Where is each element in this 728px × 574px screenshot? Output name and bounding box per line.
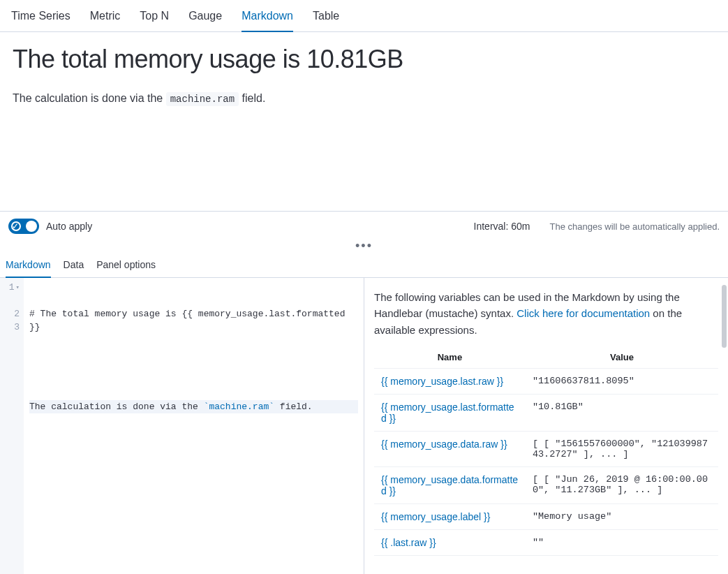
editor-panes: 1▾ 2 3 # The total memory usage is {{ me…	[0, 278, 728, 574]
scrollbar[interactable]	[722, 285, 727, 348]
tab-table[interactable]: Table	[313, 1, 339, 31]
resize-handle[interactable]: •••	[0, 241, 728, 251]
preview-desc-suffix: field.	[239, 92, 265, 104]
check-icon: ✓	[12, 221, 19, 232]
code-line-current: The calculation is done via the `machine…	[29, 400, 358, 413]
variables-reference: The following variables can be used in t…	[364, 278, 728, 574]
editor-subtabs: Markdown Data Panel options	[0, 251, 728, 278]
variable-value: "10.81GB"	[526, 394, 718, 431]
tab-time-series[interactable]: Time Series	[11, 1, 70, 31]
variable-name[interactable]: {{ memory_usage.last.formatted }}	[374, 394, 526, 431]
preview-heading: The total memory usage is 10.81GB	[13, 45, 715, 74]
tab-metric[interactable]: Metric	[90, 1, 121, 31]
auto-apply-note: The changes will be automatically applie…	[549, 221, 720, 232]
markdown-preview: The total memory usage is 10.81GB The ca…	[0, 32, 728, 211]
reference-intro: The following variables can be used in t…	[374, 289, 718, 338]
code-editor[interactable]: 1▾ 2 3 # The total memory usage is {{ me…	[0, 278, 364, 574]
viz-type-tabs: Time Series Metric Top N Gauge Markdown …	[0, 0, 728, 32]
variable-name[interactable]: {{ .last.raw }}	[374, 529, 526, 555]
table-row: {{ .last.raw }} ""	[374, 529, 718, 555]
variables-table: Name Value {{ memory_usage.last.raw }} "…	[374, 346, 718, 556]
interval-label: Interval: 60m	[474, 221, 530, 232]
variable-value: "11606637811.8095"	[526, 368, 718, 394]
code-gutter: 1▾ 2 3	[0, 278, 24, 574]
table-row: {{ memory_usage.last.formatted }} "10.81…	[374, 394, 718, 431]
preview-heading-value: 10.81GB	[306, 45, 403, 73]
table-row: {{ memory_usage.data.formatted }} [ [ "J…	[374, 466, 718, 503]
table-row: {{ memory_usage.last.raw }} "11606637811…	[374, 368, 718, 394]
preview-desc-prefix: The calculation is done via the	[13, 92, 166, 104]
variable-name[interactable]: {{ memory_usage.last.raw }}	[374, 368, 526, 394]
variable-name[interactable]: {{ memory_usage.data.formatted }}	[374, 466, 526, 503]
tab-top-n[interactable]: Top N	[140, 1, 169, 31]
variable-value: ""	[526, 529, 718, 555]
preview-desc-code: machine.ram	[166, 92, 239, 106]
auto-apply-label: Auto apply	[46, 221, 92, 232]
table-row: {{ memory_usage.label }} "Memory usage"	[374, 503, 718, 529]
variable-value: [ [ "Jun 26, 2019 @ 16:00:00.000", "11.2…	[526, 466, 718, 503]
tab-gauge[interactable]: Gauge	[188, 1, 222, 31]
code-line	[29, 360, 358, 374]
table-row: {{ memory_usage.data.raw }} [ [ "1561557…	[374, 431, 718, 466]
code-lines[interactable]: # The total memory usage is {{ memory_us…	[24, 278, 364, 574]
subtab-panel-options[interactable]: Panel options	[96, 259, 156, 277]
documentation-link[interactable]: Click here for documentation	[517, 307, 650, 319]
fold-icon[interactable]: ▾	[16, 281, 20, 295]
control-bar: ✓ Auto apply Interval: 60m The changes w…	[0, 211, 728, 241]
variable-name[interactable]: {{ memory_usage.data.raw }}	[374, 431, 526, 466]
variable-value: [ [ "1561557600000", "12103998743.2727" …	[526, 431, 718, 466]
auto-apply-toggle[interactable]: ✓	[8, 219, 39, 234]
variable-value: "Memory usage"	[526, 503, 718, 529]
code-line: # The total memory usage is {{ memory_us…	[29, 307, 358, 334]
tab-markdown[interactable]: Markdown	[242, 1, 293, 31]
preview-description: The calculation is done via the machine.…	[13, 92, 715, 105]
subtab-markdown[interactable]: Markdown	[6, 259, 51, 277]
col-value-header: Value	[526, 346, 718, 369]
col-name-header: Name	[374, 346, 526, 369]
variable-name[interactable]: {{ memory_usage.label }}	[374, 503, 526, 529]
subtab-data[interactable]: Data	[64, 259, 84, 277]
preview-heading-text: The total memory usage is	[13, 45, 306, 73]
